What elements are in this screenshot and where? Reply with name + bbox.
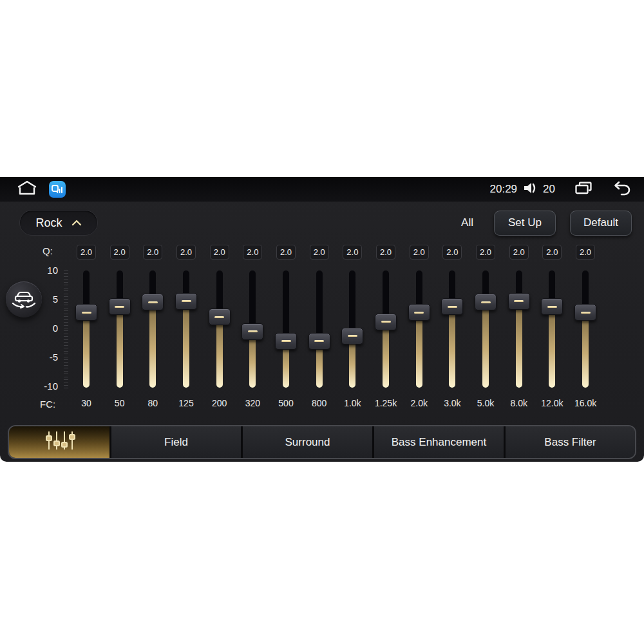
status-bar-right: 20:29 20 [490,180,632,198]
preset-selector[interactable]: Rock [19,210,98,236]
slider-handle[interactable] [275,333,297,350]
tab-field[interactable]: Field [111,426,241,458]
band-frequency-label: 200 [203,398,236,408]
setup-button[interactable]: Set Up [494,211,556,236]
band-frequency-label: 5.0k [469,398,502,408]
q-value-box[interactable]: 2.0 [442,245,462,260]
clock: 20:29 [490,183,518,196]
slider-handle[interactable] [142,294,164,310]
q-value-box[interactable]: 2.0 [276,245,296,260]
ruler-tick [64,383,68,383]
handle-grip-line [182,300,191,302]
q-value-box[interactable]: 2.0 [77,245,96,260]
q-value-box[interactable]: 2.0 [509,245,529,260]
band-frequency-label: 800 [303,398,336,408]
slider-handle[interactable] [109,298,131,315]
ruler-tick [64,354,68,354]
slider-handle[interactable] [508,293,530,310]
gain-slider[interactable] [339,270,365,388]
slider-handle[interactable] [341,328,363,345]
q-value-box[interactable]: 2.0 [476,245,495,260]
gain-slider[interactable] [273,270,299,388]
ruler-tick [64,330,68,331]
gain-slider[interactable] [473,270,498,388]
slider-handle[interactable] [541,298,563,315]
q-value-box[interactable]: 2.0 [576,245,595,260]
handle-grip-line [82,312,91,314]
gain-slider[interactable] [406,270,432,388]
gain-slider[interactable] [573,270,598,388]
q-value-box[interactable]: 2.0 [176,245,196,260]
handle-grip-line [115,306,124,308]
ruler-tick [64,385,68,386]
tab-bass-filter[interactable]: Bass Filter [506,426,635,458]
ruler-tick [64,377,68,377]
q-value: 2.0 [546,247,558,257]
slider-fill [383,322,389,388]
gain-slider[interactable] [506,270,532,388]
back-icon[interactable] [612,180,632,198]
ruler-tick [64,334,68,334]
band-frequency-label: 1.0k [336,398,369,408]
db-axis: 1050-5-10 [32,177,58,462]
status-bar: 20:29 20 [0,177,644,202]
gain-slider[interactable] [307,270,332,388]
all-label[interactable]: All [461,216,473,229]
slider-handle[interactable] [441,298,463,315]
gain-slider[interactable] [373,270,399,388]
handle-grip-line [214,316,224,318]
eq-band: 2.0 500 [269,245,303,411]
q-value: 2.0 [147,247,158,257]
slider-handle[interactable] [175,293,197,310]
sound-position-button[interactable] [6,281,42,317]
q-value-box[interactable]: 2.0 [110,245,129,260]
gain-slider[interactable] [240,270,265,388]
handle-grip-line [281,340,291,342]
gain-slider[interactable] [140,270,166,388]
slider-handle[interactable] [408,304,430,321]
slider-fill [149,302,156,388]
ruler-tick [64,270,68,271]
q-value-box[interactable]: 2.0 [376,245,395,260]
q-value-box[interactable]: 2.0 [310,245,329,260]
ruler-tick [64,328,68,328]
q-value-box[interactable]: 2.0 [542,245,562,260]
gain-slider[interactable] [439,270,465,388]
slider-handle[interactable] [209,308,231,325]
band-frequency-label: 12.0k [535,398,569,408]
q-value-box[interactable]: 2.0 [343,245,362,260]
band-frequency-label: 320 [236,398,269,408]
recent-apps-icon[interactable] [574,180,592,198]
q-value: 2.0 [280,247,292,257]
slider-handle[interactable] [75,304,97,321]
ruler-tick [64,273,68,274]
gain-slider[interactable] [539,270,565,388]
gain-slider[interactable] [107,270,133,388]
slider-handle[interactable] [475,294,497,310]
slider-handle[interactable] [308,333,330,350]
gain-slider[interactable] [173,270,199,388]
q-value-box[interactable]: 2.0 [243,245,262,260]
tab-bass-enhancement[interactable]: Bass Enhancement [374,426,504,458]
handle-grip-line [514,300,524,302]
tab-equalizer[interactable] [9,426,109,458]
default-button[interactable]: Default [570,211,632,236]
band-frequency-label: 50 [103,398,137,408]
slider-handle[interactable] [574,304,596,321]
ruler-tick [64,388,68,388]
gain-slider[interactable] [207,270,232,388]
q-value: 2.0 [314,247,325,257]
slider-handle[interactable] [242,323,263,340]
ruler-tick [64,339,68,340]
eq-band: 2.0 8.0k [502,245,536,411]
ruler-tick [64,290,68,291]
ruler-tick [64,282,68,283]
q-value-box[interactable]: 2.0 [410,245,429,260]
gain-slider[interactable] [73,270,99,388]
eq-band: 2.0 80 [136,245,169,411]
q-value: 2.0 [380,247,392,257]
q-value-box[interactable]: 2.0 [143,245,162,260]
slider-handle[interactable] [375,314,397,330]
tab-surround[interactable]: Surround [243,426,372,458]
q-value-box[interactable]: 2.0 [210,245,229,260]
